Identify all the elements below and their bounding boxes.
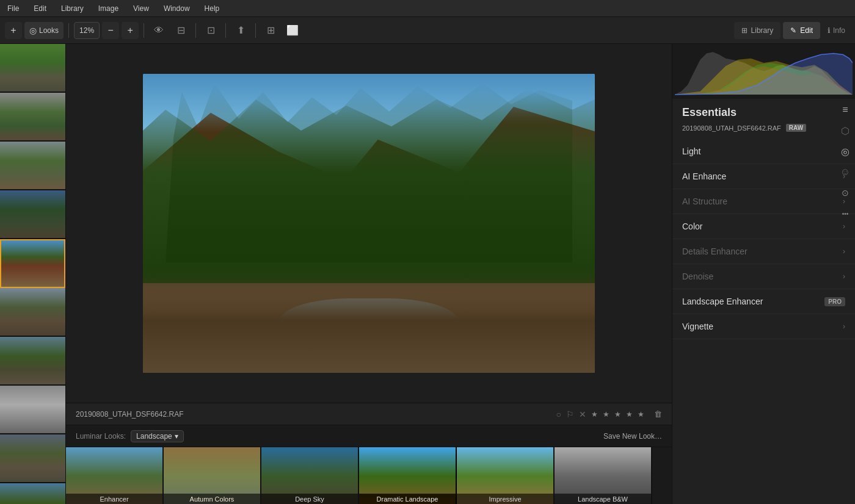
look-landscape-bw[interactable]: Landscape B&W bbox=[555, 447, 652, 504]
fullscreen-button[interactable]: ⬜ bbox=[283, 21, 302, 40]
looks-dropdown[interactable]: Landscape ▾ bbox=[131, 430, 184, 442]
filmstrip-thumb-8[interactable] bbox=[0, 386, 65, 434]
reject-icon[interactable]: ✕ bbox=[579, 409, 586, 419]
histogram bbox=[672, 44, 855, 99]
right-panel: ≡ ⬡ ◎ ☺ ⊙ ••• Essentials 20190808_UTAH_D… bbox=[672, 44, 855, 504]
look-impressive[interactable]: Impressive bbox=[457, 447, 555, 504]
edit-tab[interactable]: ✎ Edit bbox=[783, 22, 820, 39]
looks-header: Luminar Looks: Landscape ▾ Save New Look… bbox=[66, 425, 672, 447]
filmstrip-thumb-10[interactable] bbox=[0, 483, 65, 504]
toolbar-right: ⊞ Library ✎ Edit ℹ Info bbox=[734, 22, 850, 39]
look-dramatic-landscape[interactable]: Dramatic Landscape bbox=[359, 447, 457, 504]
star-1[interactable]: ★ bbox=[591, 410, 598, 419]
adjust-icon-btn[interactable]: ⬡ bbox=[837, 122, 854, 139]
landscape-enhancer-right: PRO bbox=[824, 297, 845, 306]
menu-view[interactable]: View bbox=[131, 3, 151, 14]
grid-button[interactable]: ⊞ bbox=[261, 21, 280, 40]
compare-button[interactable]: ⊟ bbox=[171, 21, 191, 40]
layers-icon-btn[interactable]: ≡ bbox=[837, 101, 854, 118]
section-light[interactable]: Light › bbox=[672, 139, 855, 164]
looks-icon: ◎ bbox=[29, 26, 37, 35]
section-landscape-enhancer[interactable]: Landscape Enhancer PRO bbox=[672, 289, 855, 314]
section-arrow-details: › bbox=[843, 247, 845, 256]
section-label-landscape: Landscape Enhancer bbox=[682, 297, 763, 306]
preview-button[interactable]: 👁 bbox=[149, 21, 169, 40]
filmstrip-thumb-3[interactable] bbox=[0, 142, 65, 190]
filmstrip-thumb-1[interactable] bbox=[0, 44, 65, 93]
looks-strip: Luminar Looks: Landscape ▾ Save New Look… bbox=[66, 425, 672, 504]
raw-badge: RAW bbox=[786, 124, 806, 132]
filmstrip-thumb-2[interactable] bbox=[0, 93, 65, 142]
look-deep-sky[interactable]: Deep Sky bbox=[261, 447, 359, 504]
crop-button[interactable]: ⊡ bbox=[201, 21, 220, 40]
flag-icon[interactable]: ⚐ bbox=[566, 409, 574, 419]
zoom-minus[interactable]: − bbox=[102, 22, 119, 39]
dropdown-arrow: ▾ bbox=[175, 432, 178, 441]
menu-window[interactable]: Window bbox=[161, 3, 192, 14]
filmstrip-thumb-5[interactable] bbox=[0, 239, 65, 288]
separator-4 bbox=[225, 23, 226, 38]
filmstrip-thumb-4[interactable] bbox=[0, 190, 65, 239]
photo-foreground bbox=[143, 268, 595, 373]
filmstrip-thumb-9[interactable] bbox=[0, 434, 65, 483]
zoom-plus[interactable]: + bbox=[122, 22, 139, 39]
look-name-autumn: Autumn Colors bbox=[164, 494, 260, 504]
look-enhancer[interactable]: Enhancer bbox=[66, 447, 164, 504]
section-color[interactable]: Color › bbox=[672, 214, 855, 239]
star-5[interactable]: ★ bbox=[638, 410, 644, 419]
section-label-details: Details Enhancer bbox=[682, 247, 748, 256]
section-arrow-denoise: › bbox=[843, 272, 845, 281]
menu-help[interactable]: Help bbox=[202, 3, 222, 14]
section-vignette[interactable]: Vignette › bbox=[672, 314, 855, 339]
main-content: 20190808_UTAH_DSF6642.RAF ○ ⚐ ✕ ★ ★ ★ ★ … bbox=[0, 44, 855, 504]
separator-3 bbox=[195, 23, 196, 38]
panel-filename: 20190808_UTAH_DSF6642.RAF bbox=[682, 124, 781, 132]
star-2[interactable]: ★ bbox=[603, 410, 609, 419]
image-filename: 20190808_UTAH_DSF6642.RAF bbox=[76, 410, 184, 419]
look-autumn-colors[interactable]: Autumn Colors bbox=[164, 447, 261, 504]
section-details-enhancer[interactable]: Details Enhancer › bbox=[672, 239, 855, 264]
info-tab[interactable]: ℹ Info bbox=[823, 22, 850, 39]
panel-title: Essentials bbox=[672, 99, 855, 121]
right-panel-icons: ≡ ⬡ ◎ ☺ ⊙ ••• bbox=[835, 99, 855, 225]
delete-button[interactable]: 🗑 bbox=[654, 409, 662, 419]
separator-2 bbox=[144, 23, 144, 38]
menu-edit[interactable]: Edit bbox=[31, 3, 49, 14]
section-label-ai-enhance: AI Enhance bbox=[682, 171, 726, 181]
section-ai-structure[interactable]: AI Structure › bbox=[672, 189, 855, 214]
menu-library[interactable]: Library bbox=[59, 3, 86, 14]
color-icon-btn[interactable]: ◎ bbox=[837, 143, 854, 160]
filmstrip-thumb-7[interactable] bbox=[0, 337, 65, 386]
separator-5 bbox=[255, 23, 256, 38]
clock-icon-btn[interactable]: ⊙ bbox=[837, 184, 854, 201]
essentials-panel: Essentials 20190808_UTAH_DSF6642.RAF RAW… bbox=[672, 99, 855, 504]
library-icon: ⊞ bbox=[741, 26, 748, 35]
section-arrow-vignette: › bbox=[843, 322, 845, 331]
menu-image[interactable]: Image bbox=[96, 3, 121, 14]
star-4[interactable]: ★ bbox=[626, 410, 633, 419]
looks-label: Luminar Looks: bbox=[76, 432, 126, 441]
section-label-denoise: Denoise bbox=[682, 272, 713, 281]
section-label-ai-structure: AI Structure bbox=[682, 196, 727, 206]
share-button[interactable]: ⬆ bbox=[231, 21, 250, 40]
section-ai-enhance[interactable]: AI Enhance › bbox=[672, 164, 855, 189]
circle-icon[interactable]: ○ bbox=[556, 409, 561, 419]
looks-button[interactable]: ◎ Looks bbox=[24, 22, 64, 39]
library-tab[interactable]: ⊞ Library bbox=[734, 22, 781, 39]
zoom-display[interactable]: 12% bbox=[74, 22, 100, 39]
section-denoise[interactable]: Denoise › bbox=[672, 264, 855, 289]
pro-badge: PRO bbox=[824, 297, 845, 306]
add-button[interactable]: + bbox=[5, 22, 22, 39]
image-viewer bbox=[66, 44, 672, 403]
more-icon-btn[interactable]: ••• bbox=[837, 205, 854, 222]
filmstrip-thumb-6[interactable] bbox=[0, 288, 65, 337]
info-icon: ℹ bbox=[828, 26, 831, 35]
star-3[interactable]: ★ bbox=[614, 410, 621, 419]
rating-area: ○ ⚐ ✕ ★ ★ ★ ★ ★ 🗑 bbox=[556, 409, 662, 419]
menu-file[interactable]: File bbox=[5, 3, 21, 14]
face-icon-btn[interactable]: ☺ bbox=[837, 164, 854, 181]
look-name-deep-sky: Deep Sky bbox=[261, 494, 358, 504]
canvas-area: 20190808_UTAH_DSF6642.RAF ○ ⚐ ✕ ★ ★ ★ ★ … bbox=[66, 44, 672, 504]
save-new-look-button[interactable]: Save New Look… bbox=[603, 432, 662, 441]
menu-bar: File Edit Library Image View Window Help bbox=[0, 0, 855, 17]
